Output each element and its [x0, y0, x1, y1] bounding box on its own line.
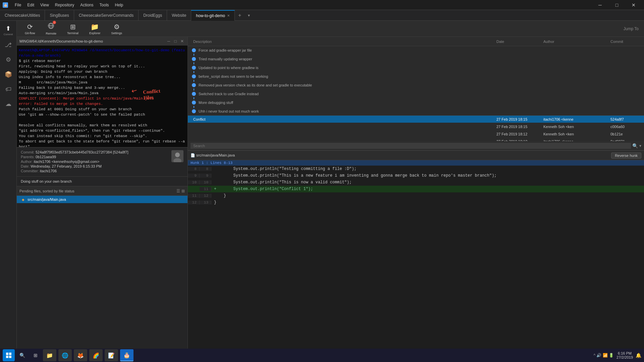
commit-row[interactable]: Conflict 27 Feb 2019 18:15 itachi1706 <k…: [188, 116, 644, 123]
terminal-button[interactable]: ⊞ Terminal: [64, 21, 81, 36]
grid-view-icon[interactable]: ⊞: [181, 189, 185, 193]
list-view-icon[interactable]: ☰: [176, 189, 180, 193]
graph-item: Updated to point to where gradlew is: [192, 65, 640, 70]
svg-point-4: [175, 153, 180, 157]
gitflow-button[interactable]: ⟳ Git-flow: [22, 21, 38, 36]
search-options-icon[interactable]: ▾: [639, 143, 641, 148]
taskbar-file-explorer[interactable]: 📁: [43, 349, 56, 361]
remote-button[interactable]: ! Remote: [43, 21, 59, 37]
terminal-titlebar[interactable]: MINGW64:/d/Kenneth/Documents/how-to-git-…: [17, 37, 187, 46]
reverse-hunk-button[interactable]: Reverse hunk: [611, 153, 641, 159]
taskbar-app1[interactable]: 🦊: [74, 349, 87, 361]
sidebar-settings[interactable]: ⚙: [2, 53, 15, 66]
title-bar: 🎂 File Edit View Repository Actions Tool…: [0, 0, 644, 10]
tab-close-icon[interactable]: ✕: [227, 14, 230, 17]
file-list-icons: ☰ ⊞: [176, 189, 185, 193]
tab-website[interactable]: Website: [167, 10, 191, 21]
notification-icon[interactable]: 🔔: [636, 353, 641, 358]
tab-cheesecake-utilities[interactable]: CheesecakeUtilities: [0, 10, 45, 21]
maximize-button[interactable]: □: [609, 0, 625, 10]
search-taskbar-icon: 🔍: [19, 353, 25, 358]
taskbar-right: ^ 🔊 📶 🔋 6:16 PM 27/2/2019 🔔: [593, 351, 641, 359]
menu-edit[interactable]: Edit: [24, 1, 37, 9]
terminal-body[interactable]: Kenneth@LAPTOP-E4G7APVU MINGW64 /d/Kenne…: [17, 46, 187, 147]
avatar-image: [171, 150, 183, 162]
commit-row[interactable]: 27 Feb 2019 18:10 itachi1706 <kenne 0ed9…: [188, 138, 644, 141]
tab-how-to-git-demo[interactable]: how-to-git-demo ✕: [191, 10, 235, 21]
sidebar-tag[interactable]: 🏷: [2, 82, 15, 96]
close-button[interactable]: ✕: [626, 0, 641, 10]
left-sidebar: ⬆ Commit ⎇ ⚙ 📦 🏷 ☁: [0, 21, 17, 362]
search-input[interactable]: [191, 143, 631, 149]
commit-parents-value: 0b121aea99: [36, 155, 56, 159]
diff-file-icon: 📄: [191, 153, 196, 157]
title-bar-left: 🎂 File Edit View Repository Actions Tool…: [3, 1, 126, 9]
sidebar-commit[interactable]: ⬆ Commit: [2, 23, 15, 37]
terminal-minimize-button[interactable]: ─: [166, 39, 171, 44]
taskbar-active-app[interactable]: 🎂: [120, 349, 133, 361]
menu-actions[interactable]: Actions: [77, 1, 96, 9]
tab-cheesecake-server[interactable]: CheesecakeServerCommands: [74, 10, 139, 21]
tab-label: CheesecakeUtilities: [5, 13, 40, 18]
commit-hash-value: 524a8f79f03ed57373cbeb445d783cc272f7384 …: [36, 150, 128, 154]
start-button[interactable]: [3, 349, 15, 361]
tab-droideggs[interactable]: DroidEggs: [139, 10, 167, 21]
tab-dropdown-button[interactable]: ▾: [245, 13, 253, 18]
diff-new-num: 11: [200, 187, 211, 191]
term-line: Applying: Doing stuff on your own branch: [19, 69, 185, 74]
term-line: Resolve all conflicts manually, mark the…: [19, 123, 185, 128]
settings-toolbar-button[interactable]: ⚙ Settings: [109, 21, 125, 36]
sidebar-branch[interactable]: ⎇: [2, 38, 15, 52]
right-panel: Description Date Author Commit Force add…: [188, 37, 644, 362]
graph-line: [194, 62, 194, 64]
graph-item: [192, 88, 640, 91]
menu-help[interactable]: Help: [112, 1, 126, 9]
graph-line: [194, 71, 194, 73]
commit-author: itachi1706 <kenne: [541, 117, 608, 121]
term-line: Kenneth@LAPTOP-E4G7APVU MINGW64 /d/Kenne…: [19, 48, 185, 58]
file-list-header: Pending files, sorted by file status ☰ ⊞: [17, 186, 187, 196]
diff-content[interactable]: Hunk 1 : Lines 8-13 8 8 System.out.print…: [188, 160, 644, 362]
file-item[interactable]: ◆ src/main/java/Main.java: [17, 196, 187, 203]
menu-repository[interactable]: Repository: [52, 1, 77, 9]
commit-icon: ⬆: [6, 25, 11, 32]
taskbar-clock[interactable]: 6:16 PM 27/2/2019: [616, 351, 633, 359]
file-list: ◆ src/main/java/Main.java: [17, 196, 187, 351]
term-line: To abort and get back to the state befor…: [19, 139, 185, 147]
commit-committer-label: Committer:: [21, 169, 40, 173]
gitflow-label: Git-flow: [25, 32, 35, 35]
taskview-icon: ⊞: [34, 353, 38, 358]
svg-rect-8: [6, 356, 8, 358]
taskbar-chrome[interactable]: 🌈: [89, 349, 103, 361]
graph-dot: [192, 109, 196, 113]
settings-toolbar-icon: ⚙: [114, 23, 120, 31]
taskview-button[interactable]: ⊞: [30, 349, 42, 361]
taskbar-browser[interactable]: 🌐: [58, 349, 72, 361]
tab-add-button[interactable]: +: [235, 12, 245, 18]
commit-row[interactable]: 27 Feb 2019 18:15 Kenneth Soh <ken c006a…: [188, 123, 644, 130]
graph-desc: More debugging stuff: [199, 101, 233, 105]
commit-list-header: Description Date Author Commit: [188, 37, 644, 46]
chrome-icon: 🌈: [93, 352, 99, 359]
remote-badge: !: [53, 21, 56, 24]
search-taskbar-button[interactable]: 🔍: [16, 349, 28, 361]
diff-new-num: 12: [200, 194, 211, 198]
tab-singbuses[interactable]: SingBuses: [45, 10, 74, 21]
terminal-maximize-button[interactable]: □: [173, 39, 178, 44]
taskbar-app2[interactable]: 📝: [105, 349, 118, 361]
menu-view[interactable]: View: [38, 1, 52, 9]
explorer-button[interactable]: 📁 Explorer: [87, 21, 103, 36]
menu-tools[interactable]: Tools: [97, 1, 112, 9]
stash-icon: 📦: [5, 71, 12, 78]
graph-desc: Force add gradle-wrapper jar file: [199, 48, 252, 52]
menu-file[interactable]: File: [12, 1, 24, 9]
minimize-button[interactable]: ─: [592, 0, 608, 10]
sidebar-remote[interactable]: ☁: [2, 97, 15, 111]
sidebar-stash[interactable]: 📦: [2, 68, 15, 81]
search-icon[interactable]: 🔍: [632, 143, 638, 148]
commit-row[interactable]: 27 Feb 2019 18:12 Kenneth Soh <ken 0b121…: [188, 130, 644, 138]
file-explorer-icon: 📁: [46, 352, 53, 359]
terminal-close-button[interactable]: ✕: [179, 39, 185, 44]
diff-new-num: 9: [200, 174, 211, 178]
remote-toolbar-icon: !: [47, 22, 55, 31]
